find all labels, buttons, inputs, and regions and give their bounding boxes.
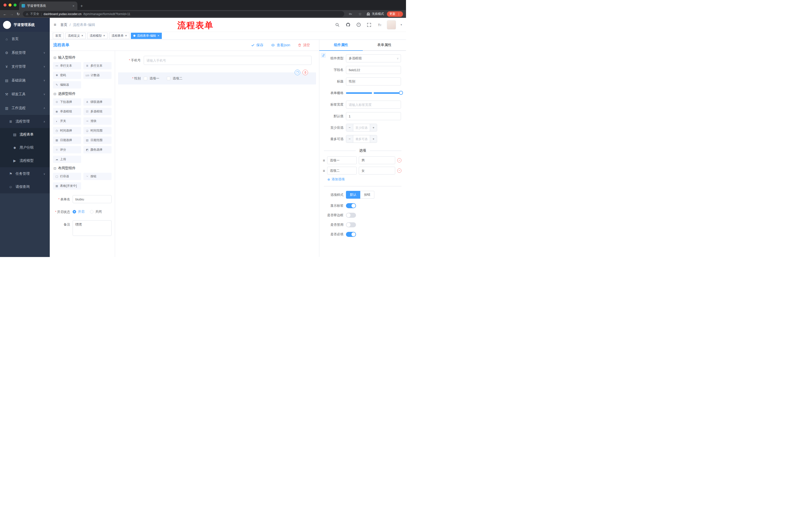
palette-item-date-range[interactable]: ▧日期范围	[83, 137, 112, 144]
tag-process-form[interactable]: 流程表单 ×	[109, 33, 129, 39]
plus-icon[interactable]: +	[370, 135, 377, 142]
collapse-sidebar-icon[interactable]: ≡	[54, 22, 56, 27]
browser-tab[interactable]: 芋道管理系统 ×	[19, 1, 77, 10]
canvas-field-gender[interactable]: ❐ *性别 选项一 选项二	[118, 73, 316, 84]
palette-item-cascader[interactable]: ⋔级联选择	[83, 98, 112, 106]
sidebar-item-payment[interactable]: ¥ 支付管理 ∨	[0, 60, 50, 74]
palette-item-switch[interactable]: ◐开关	[53, 117, 81, 125]
remove-option-icon[interactable]: −	[397, 168, 402, 173]
bookmark-star-icon[interactable]: ☆	[357, 11, 363, 17]
sidebar-item-task-management[interactable]: ⚑ 任务管理 ∨	[0, 167, 50, 180]
title-input[interactable]	[346, 77, 401, 85]
checkbox-option-2[interactable]: 选项二	[167, 76, 182, 81]
checkbox-icon[interactable]	[144, 77, 147, 80]
sidebar-item-process-form[interactable]: ▤ 流程表单	[0, 128, 50, 141]
palette-item-password[interactable]: ✱密码	[53, 72, 81, 79]
close-icon[interactable]: ×	[103, 34, 105, 37]
palette-item-time-picker[interactable]: ◷时间选择	[53, 127, 81, 134]
checkbox-icon[interactable]	[167, 77, 170, 80]
field-name-input[interactable]	[346, 66, 401, 74]
tag-process-model[interactable]: 流程模型 ×	[87, 33, 108, 39]
close-icon[interactable]: ×	[157, 34, 159, 37]
close-window-button[interactable]	[3, 3, 6, 6]
form-canvas[interactable]: *手机号 ❐ *性别	[115, 51, 319, 257]
status-radio-off[interactable]: 关闭	[90, 210, 102, 214]
slider-track[interactable]	[346, 92, 401, 94]
palette-item-slider[interactable]: ⊸滑块	[83, 117, 112, 125]
sidebar-item-leave-query[interactable]: ☺ 请假查询	[0, 180, 50, 193]
sidebar-item-infrastructure[interactable]: ▤ 基础设施 ∨	[0, 74, 50, 87]
phone-input[interactable]	[144, 56, 312, 65]
clear-button[interactable]: 清空	[298, 43, 310, 48]
sidebar-item-devtools[interactable]: ⚒ 研发工具 ∨	[0, 87, 50, 101]
option-value-input[interactable]	[359, 167, 395, 174]
palette-item-rate[interactable]: ☆评分	[53, 146, 81, 154]
palette-item-counter[interactable]: 123计数器	[83, 72, 112, 79]
remark-textarea[interactable]: 嘿嘿	[72, 220, 112, 236]
option-label-input[interactable]	[327, 167, 357, 174]
checkbox-option-1[interactable]: 选项一	[144, 76, 159, 81]
palette-item-textarea[interactable]: ≣多行文本	[83, 62, 112, 70]
palette-item-upload[interactable]: ☁上传	[53, 156, 81, 163]
sidebar-item-process-management[interactable]: ≣ 流程管理 ∧	[0, 115, 50, 128]
sidebar-item-process-model[interactable]: ▶ 流程模型	[0, 154, 50, 167]
tag-home[interactable]: 首页	[53, 33, 64, 39]
minus-icon[interactable]: −	[346, 124, 353, 131]
palette-item-table[interactable]: ▦表格[开发中]	[53, 182, 81, 190]
plus-icon[interactable]: +	[370, 124, 377, 131]
max-select-input[interactable]	[353, 135, 370, 142]
component-type-select[interactable]	[346, 54, 401, 62]
forward-button[interactable]: →	[10, 12, 13, 16]
zoom-window-button[interactable]	[13, 3, 17, 6]
delete-field-button[interactable]	[302, 70, 308, 75]
minus-icon[interactable]: −	[346, 135, 353, 142]
default-value-input[interactable]	[346, 112, 401, 120]
copy-field-button[interactable]: ❐	[295, 70, 300, 75]
min-select-input[interactable]	[353, 124, 370, 131]
max-select-stepper[interactable]: − +	[346, 135, 377, 143]
palette-item-button[interactable]: ☞按钮	[83, 173, 112, 180]
slider-handle[interactable]	[399, 91, 403, 95]
save-button[interactable]: 保存	[251, 43, 263, 48]
drag-handle-icon[interactable]: ≡	[323, 158, 325, 162]
avatar[interactable]	[387, 20, 396, 29]
address-bar[interactable]: ⚠ 不安全 | dashboard.yudao.iocoder.cn /bpm/…	[23, 11, 344, 17]
canvas-field-phone[interactable]: *手机号	[118, 54, 316, 67]
font-size-icon[interactable]: TT	[376, 22, 383, 28]
reload-button[interactable]: ↻	[17, 12, 20, 16]
minimize-window-button[interactable]	[8, 3, 11, 6]
search-icon[interactable]	[334, 22, 341, 28]
key-icon[interactable]	[347, 11, 354, 17]
link-icon[interactable]	[321, 53, 326, 58]
sidebar-item-system[interactable]: ⚙ 系统管理 ∨	[0, 46, 50, 60]
disabled-switch[interactable]	[346, 222, 356, 227]
palette-item-checkbox-group[interactable]: ☑多选框组	[83, 108, 112, 115]
close-icon[interactable]: ×	[125, 34, 127, 37]
view-json-button[interactable]: 查看json	[271, 43, 290, 48]
tab-component-props[interactable]: 组件属性	[319, 40, 363, 50]
style-default-button[interactable]: 默认	[346, 191, 360, 199]
label-width-input[interactable]	[346, 101, 401, 109]
grid-slider[interactable]	[346, 89, 401, 97]
sidebar-item-user-group[interactable]: ☻ 用户分组	[0, 141, 50, 154]
border-switch[interactable]	[346, 213, 356, 218]
tab-close-icon[interactable]: ×	[72, 4, 75, 8]
sidebar-item-home[interactable]: ⌂ 首页	[0, 32, 50, 46]
fullscreen-icon[interactable]	[366, 22, 372, 28]
palette-item-radio-group[interactable]: ◉单选框组	[53, 108, 81, 115]
back-button[interactable]: ←	[3, 12, 7, 16]
tab-form-props[interactable]: 表单属性	[363, 40, 406, 50]
new-tab-button[interactable]: +	[80, 3, 83, 8]
breadcrumb-home[interactable]: 首页	[60, 23, 67, 27]
add-option-button[interactable]: ⊕ 添加选项	[327, 177, 406, 182]
palette-item-color-picker[interactable]: ◩颜色选择	[83, 146, 112, 154]
palette-item-date-picker[interactable]: ▦日期选择	[53, 137, 81, 144]
github-icon[interactable]	[345, 22, 351, 28]
help-icon[interactable]: ?	[355, 22, 362, 28]
palette-item-row-container[interactable]: ▢行容器	[53, 173, 81, 180]
palette-item-select[interactable]: ⊙下拉选择	[53, 98, 81, 106]
palette-item-time-range[interactable]: ◶时间范围	[83, 127, 112, 134]
palette-item-single-line-text[interactable]: ▭单行文本	[53, 62, 81, 70]
avatar-caret-icon[interactable]: ▾	[401, 23, 402, 26]
sidebar-item-workflow[interactable]: ▥ 工作流程 ∧	[0, 101, 50, 115]
